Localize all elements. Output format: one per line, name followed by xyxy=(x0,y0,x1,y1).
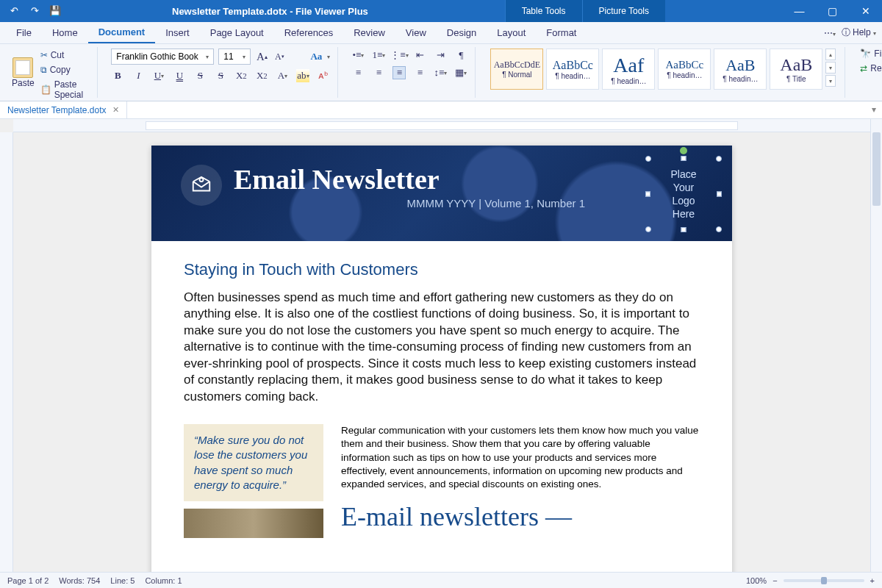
menu-layout[interactable]: Layout xyxy=(487,23,536,43)
resize-handle[interactable] xyxy=(717,192,722,197)
menu-view[interactable]: View xyxy=(395,23,437,43)
indent-icon[interactable]: ⇥ xyxy=(434,49,447,62)
line-spacing-icon[interactable]: ↕≡▾ xyxy=(434,66,447,79)
horizontal-ruler[interactable] xyxy=(13,119,870,132)
svg-point-0 xyxy=(200,178,204,182)
menu-home[interactable]: Home xyxy=(42,23,88,43)
minimize-button[interactable]: — xyxy=(783,0,816,22)
font-name-select[interactable]: Franklin Gothic Book▾ xyxy=(111,49,214,65)
find-button[interactable]: 🔭Find xyxy=(857,47,882,60)
show-marks-icon[interactable]: ¶ xyxy=(454,49,467,62)
font-size-select[interactable]: 11▾ xyxy=(218,49,251,65)
menu-format[interactable]: Format xyxy=(536,23,587,43)
replace-icon: ⇄ xyxy=(860,63,867,74)
menu-design[interactable]: Design xyxy=(437,23,487,43)
vertical-ruler[interactable] xyxy=(0,132,13,572)
clear-format-icon[interactable]: ᴀᵇ xyxy=(317,69,330,82)
body-paragraph[interactable]: Often businesses spend as much time and … xyxy=(184,290,700,405)
styles-scroll-down[interactable]: ▾ xyxy=(825,62,836,74)
resize-handle[interactable] xyxy=(645,192,650,197)
menu-page-layout[interactable]: Page Layout xyxy=(200,23,274,43)
change-case-icon[interactable]: Aa xyxy=(309,50,323,63)
scrollbar-thumb[interactable] xyxy=(872,132,881,206)
style-heading2[interactable]: Aaf¶ headin… xyxy=(602,49,655,90)
ribbon-options-icon[interactable]: ⋯▾ xyxy=(824,28,836,38)
resize-handle[interactable] xyxy=(716,156,722,162)
bold-icon[interactable]: B xyxy=(111,69,124,82)
styles-expand[interactable]: ▾ xyxy=(825,75,836,87)
resize-handle[interactable] xyxy=(645,156,651,162)
context-tab-table[interactable]: Table Tools xyxy=(505,0,582,22)
menu-document[interactable]: Document xyxy=(88,22,156,43)
style-heading4[interactable]: AaB¶ headin… xyxy=(714,49,767,90)
section-heading[interactable]: Staying in Touch with Customers xyxy=(184,260,700,279)
menu-insert[interactable]: Insert xyxy=(155,23,200,43)
zoom-out-icon[interactable]: − xyxy=(772,576,777,585)
align-left-icon[interactable]: ≡ xyxy=(351,66,365,79)
font-color-icon[interactable]: A▾ xyxy=(276,69,289,82)
resize-handle[interactable] xyxy=(681,227,686,232)
maximize-button[interactable]: ▢ xyxy=(816,0,849,22)
doc-tab[interactable]: Newsletter Template.dotx ✕ xyxy=(0,101,127,118)
status-words[interactable]: Words: 754 xyxy=(59,576,100,585)
multilevel-icon[interactable]: ⋮≡▾ xyxy=(392,49,406,62)
status-page[interactable]: Page 1 of 2 xyxy=(7,576,49,585)
italic-icon[interactable]: I xyxy=(132,69,145,82)
pull-quote[interactable]: “Make sure you do not lose the customers… xyxy=(184,424,323,501)
shading-icon[interactable]: ▦▾ xyxy=(454,66,467,79)
double-strike-icon[interactable]: S xyxy=(214,69,227,82)
logo-placeholder[interactable]: Place Your Logo Here xyxy=(648,159,719,229)
style-normal[interactable]: AaBbCcDdE¶ Normal xyxy=(490,49,543,90)
superscript-icon[interactable]: X2 xyxy=(234,69,248,82)
page[interactable]: Email Newsletter MMMM YYYY | Volume 1, N… xyxy=(151,146,732,572)
style-title[interactable]: AaB¶ Title xyxy=(770,49,822,90)
style-heading3[interactable]: AaBbCc¶ headin… xyxy=(658,49,711,90)
cut-button[interactable]: Cut xyxy=(37,49,92,62)
outdent-icon[interactable]: ⇤ xyxy=(413,49,426,62)
copy-button[interactable]: Copy xyxy=(37,63,92,76)
tabs-dropdown-icon[interactable]: ▾ xyxy=(866,101,882,118)
align-center-icon[interactable]: ≡ xyxy=(372,66,385,79)
body-paragraph-2[interactable]: Regular communication with your customer… xyxy=(341,424,700,491)
styles-gallery[interactable]: AaBbCcDdE¶ Normal AaBbCc¶ headin… Aaf¶ h… xyxy=(487,47,839,98)
justify-icon[interactable]: ≡ xyxy=(413,66,426,79)
context-tab-picture[interactable]: Picture Tools xyxy=(582,0,665,22)
resize-handle[interactable] xyxy=(681,156,686,161)
contextual-tabs: Table Tools Picture Tools xyxy=(505,0,665,22)
paste-button[interactable]: Paste xyxy=(10,47,36,98)
save-icon[interactable]: 💾 xyxy=(49,4,62,18)
menu-review[interactable]: Review xyxy=(343,23,395,43)
resize-handle[interactable] xyxy=(716,226,722,232)
resize-handle[interactable] xyxy=(645,226,651,232)
zoom-in-icon[interactable]: + xyxy=(870,576,875,585)
menu-file[interactable]: File xyxy=(6,23,42,43)
subscript-icon[interactable]: X2 xyxy=(255,69,268,82)
close-button[interactable]: ✕ xyxy=(849,0,882,22)
zoom-slider[interactable] xyxy=(784,579,864,582)
vertical-scrollbar[interactable] xyxy=(870,119,882,572)
styles-scroll-up[interactable]: ▴ xyxy=(825,49,836,60)
underline-icon[interactable]: U▾ xyxy=(152,69,165,82)
bullets-icon[interactable]: •≡▾ xyxy=(351,49,365,62)
align-right-icon[interactable]: ≡ xyxy=(392,66,406,79)
help-button[interactable]: ⓘ Help ▾ xyxy=(842,26,876,39)
banner-title[interactable]: Email Newsletter xyxy=(234,163,703,196)
rotate-handle[interactable] xyxy=(680,147,687,154)
paste-special-button[interactable]: 📋Paste Special xyxy=(37,78,92,101)
inline-image[interactable] xyxy=(184,509,323,538)
shrink-font-icon[interactable]: A▾ xyxy=(273,50,286,63)
double-underline-icon[interactable]: U xyxy=(173,69,186,82)
banner-subtitle[interactable]: MMMM YYYY | Volume 1, Number 1 xyxy=(234,197,703,209)
menu-references[interactable]: References xyxy=(274,23,343,43)
subheading[interactable]: E-mail newsletters — xyxy=(341,501,700,532)
grow-font-icon[interactable]: A▴ xyxy=(255,50,268,63)
strikethrough-icon[interactable]: S xyxy=(193,69,207,82)
numbering-icon[interactable]: 1≡▾ xyxy=(372,49,385,62)
close-tab-icon[interactable]: ✕ xyxy=(112,105,119,115)
zoom-value[interactable]: 100% xyxy=(746,576,767,585)
redo-icon[interactable]: ↷ xyxy=(28,4,41,18)
style-heading1[interactable]: AaBbCc¶ headin… xyxy=(546,49,599,90)
replace-button[interactable]: ⇄Replace xyxy=(857,62,882,75)
undo-icon[interactable]: ↶ xyxy=(7,4,21,18)
highlight-icon[interactable]: ab▾ xyxy=(296,69,309,82)
